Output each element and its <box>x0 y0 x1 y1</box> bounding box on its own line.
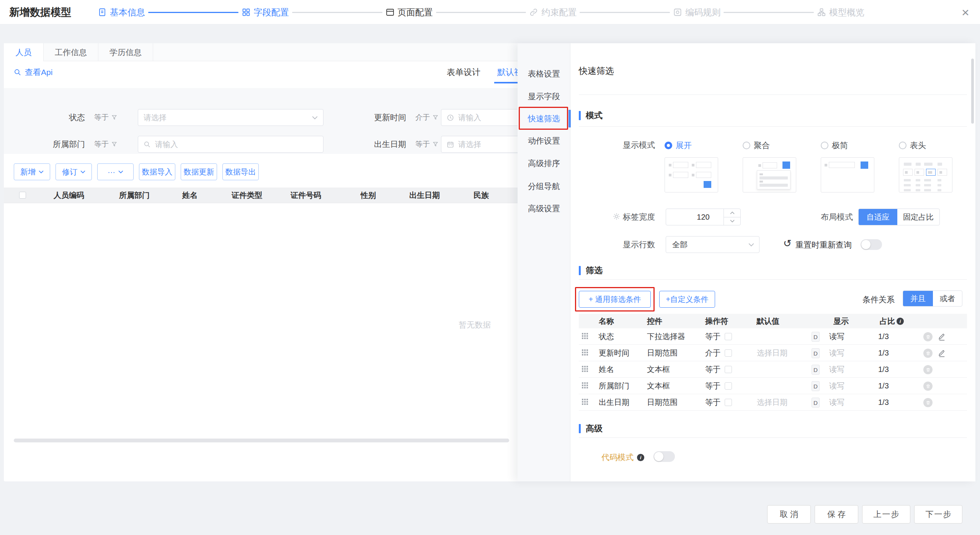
drag-handle-icon[interactable] <box>582 333 588 339</box>
cell-name: 更新时间 <box>599 345 629 361</box>
label-width-input[interactable]: 120 <box>666 209 741 225</box>
trash-icon[interactable] <box>923 365 933 374</box>
stepper-down-button[interactable] <box>724 217 740 225</box>
status-select[interactable]: 请选择 <box>138 109 323 126</box>
operator-checkbox[interactable] <box>725 399 732 406</box>
requery-toggle[interactable] <box>861 239 882 250</box>
trash-icon[interactable] <box>923 382 933 391</box>
step-model-overview[interactable]: 模型概览 <box>817 7 864 18</box>
column-header: 证件类型 <box>232 188 262 203</box>
step-page-config[interactable]: 页面配置 <box>385 7 433 18</box>
column-header: 名称 <box>599 314 614 328</box>
panel-scrollbar[interactable] <box>971 59 974 124</box>
tab-form-design[interactable]: 表单设计 <box>447 61 480 83</box>
cell-control: 日期范围 <box>647 394 678 411</box>
preview-expand[interactable] <box>665 157 718 192</box>
layout-mode-segmented: 自适应 固定占比 <box>858 209 940 225</box>
step-basic-info[interactable]: 基本信息 <box>98 7 145 18</box>
relation-option-and[interactable]: 并且 <box>903 291 933 306</box>
column-header-ratio: 占比 i <box>880 314 904 328</box>
row-count-label: 显示行数 <box>609 240 655 250</box>
requery-on-reset-label: 重置时重新查询 <box>795 240 852 250</box>
default-badge: D <box>812 348 820 358</box>
code-mode-toggle[interactable] <box>653 451 675 462</box>
operator-checkbox[interactable] <box>725 366 732 373</box>
relation-option-or[interactable]: 或者 <box>933 291 962 306</box>
trash-icon[interactable] <box>923 349 933 358</box>
settings-side-menu: 表格设置 显示字段 快速筛选 动作设置 高级排序 分组导航 高级设置 <box>518 43 570 481</box>
chevron-up-icon <box>730 212 735 214</box>
revise-button[interactable]: 修订 <box>56 163 92 180</box>
radio-minimal[interactable]: 极简 <box>821 140 848 151</box>
add-custom-condition-button[interactable]: +自定义条件 <box>659 291 715 308</box>
tab-personnel[interactable]: 人员 <box>4 43 44 61</box>
cancel-button[interactable]: 取消 <box>767 505 811 524</box>
filter-operator-department[interactable]: 等于 <box>94 140 117 149</box>
department-search-input[interactable]: 请输入 <box>138 136 323 153</box>
previous-step-button[interactable]: 上一步 <box>862 505 910 524</box>
add-button[interactable]: 新增 <box>14 163 50 180</box>
step-field-config[interactable]: 字段配置 <box>242 7 289 18</box>
filter-operator-status[interactable]: 等于 <box>94 113 117 122</box>
menu-item-table-settings[interactable]: 表格设置 <box>518 63 570 85</box>
menu-item-action-settings[interactable]: 动作设置 <box>518 130 570 152</box>
step-constraint-config[interactable]: 约束配置 <box>529 7 577 18</box>
menu-item-quick-filter[interactable]: 快速筛选 <box>518 108 570 129</box>
menu-item-group-nav[interactable]: 分组导航 <box>518 176 570 197</box>
filter-operator-update-time[interactable]: 介于 <box>415 113 438 122</box>
column-header: 性别 <box>361 188 376 203</box>
close-icon[interactable]: × <box>958 5 973 20</box>
drag-handle-icon[interactable] <box>582 399 588 405</box>
preview-minimal[interactable] <box>821 157 874 192</box>
tab-education-info[interactable]: 学历信息 <box>98 43 153 61</box>
edit-pencil-icon[interactable] <box>938 349 946 357</box>
tab-work-info[interactable]: 工作信息 <box>44 43 98 61</box>
data-update-button[interactable]: 数据更新 <box>181 163 217 180</box>
layout-option-adaptive[interactable]: 自适应 <box>859 209 897 225</box>
more-actions-button[interactable]: ··· <box>97 163 134 180</box>
drag-handle-icon[interactable] <box>582 349 588 356</box>
select-all-checkbox[interactable] <box>19 192 26 199</box>
horizontal-scrollbar[interactable] <box>14 439 509 442</box>
cell-default-placeholder[interactable]: 选择日期 <box>757 345 787 361</box>
filter-operator-birth-date[interactable]: 等于 <box>415 140 438 149</box>
info-icon[interactable]: i <box>897 318 904 325</box>
add-common-filter-button[interactable]: + 通用筛选条件 <box>579 291 651 308</box>
cell-default-placeholder[interactable]: 选择日期 <box>757 394 787 411</box>
operator-checkbox[interactable] <box>725 349 732 357</box>
trash-icon[interactable] <box>923 332 933 341</box>
row-count-select[interactable]: 全部 <box>666 236 760 253</box>
cell-display: 读写 <box>829 361 844 378</box>
chevron-down-icon <box>39 170 44 173</box>
operator-checkbox[interactable] <box>725 382 732 390</box>
drag-handle-icon[interactable] <box>582 382 588 388</box>
empty-state-text: 暂无数据 <box>459 320 491 330</box>
column-header: 证件号码 <box>291 188 321 203</box>
view-api-link[interactable]: 查看Api <box>14 61 52 83</box>
cell-ratio: 1/3 <box>878 394 889 411</box>
funnel-icon <box>111 114 117 121</box>
preview-aggregate[interactable] <box>743 157 796 192</box>
save-button[interactable]: 保存 <box>815 505 858 524</box>
radio-table-header[interactable]: 表头 <box>899 140 926 151</box>
operator-checkbox[interactable] <box>725 333 732 340</box>
edit-pencil-icon[interactable] <box>938 333 946 341</box>
data-import-button[interactable]: 数据导入 <box>139 163 175 180</box>
step-coding-rules[interactable]: 编码规则 <box>673 7 720 18</box>
divider <box>579 437 967 438</box>
drag-handle-icon[interactable] <box>582 366 588 372</box>
preview-table-header[interactable] <box>899 157 952 192</box>
radio-expand[interactable]: 展开 <box>665 140 692 151</box>
menu-item-advanced-sort[interactable]: 高级排序 <box>518 153 570 174</box>
next-step-button[interactable]: 下一步 <box>914 505 962 524</box>
cell-operator: 等于 <box>705 378 720 394</box>
data-export-button[interactable]: 数据导出 <box>222 163 259 180</box>
menu-item-advanced-settings[interactable]: 高级设置 <box>518 198 570 219</box>
radio-aggregate[interactable]: 聚合 <box>743 140 770 151</box>
menu-item-display-fields[interactable]: 显示字段 <box>518 86 570 107</box>
step-connector <box>580 12 670 13</box>
stepper-up-button[interactable] <box>724 209 740 217</box>
info-icon[interactable]: i <box>637 454 644 461</box>
trash-icon[interactable] <box>923 398 933 407</box>
layout-option-fixed-ratio[interactable]: 固定占比 <box>897 209 939 225</box>
